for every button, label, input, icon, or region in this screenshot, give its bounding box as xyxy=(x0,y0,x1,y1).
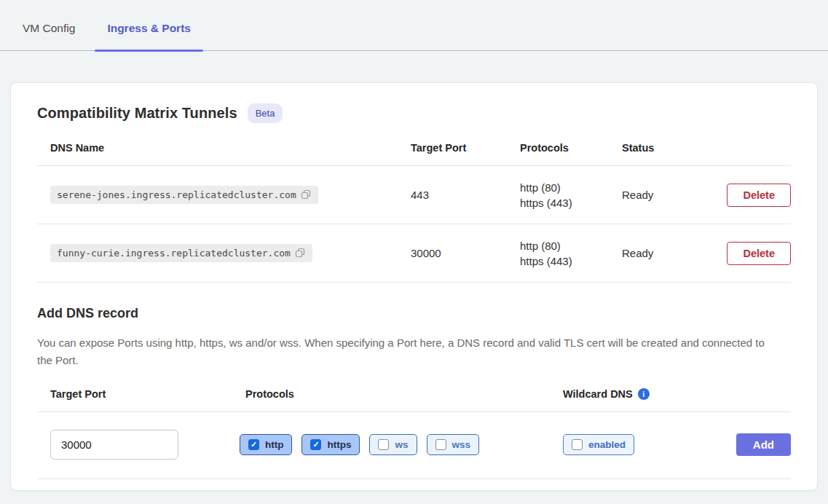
dns-name-cell: funny-curie.ingress.replicatedcluster.co… xyxy=(37,244,398,262)
form-label-row: Target Port Protocols Wildcard DNS i xyxy=(37,388,791,412)
protocol-checkbox-label: ws xyxy=(395,439,408,450)
target-port-input[interactable] xyxy=(50,430,178,460)
dns-name-value: funny-curie.ingress.replicatedcluster.co… xyxy=(57,248,291,259)
info-icon[interactable]: i xyxy=(638,388,650,400)
protocol-line: https (443) xyxy=(520,195,609,210)
protocol-checkbox-label: https xyxy=(327,439,351,450)
protocol-line: http (80) xyxy=(520,180,609,195)
label-target-port: Target Port xyxy=(37,388,232,400)
table-row: serene-jones.ingress.replicatedcluster.c… xyxy=(37,166,791,224)
dns-name-pill: serene-jones.ingress.replicatedcluster.c… xyxy=(50,186,318,204)
wildcard-enabled-checkbox[interactable]: enabled xyxy=(563,434,634,455)
protocol-checkbox-label: http xyxy=(265,439,283,450)
target-port-cell: 443 xyxy=(398,189,507,201)
protocols-cell: http (80) https (443) xyxy=(507,238,609,269)
column-header-status: Status xyxy=(609,142,711,154)
protocol-line: http (80) xyxy=(520,238,609,253)
checkbox-icon xyxy=(378,439,389,450)
protocol-checkbox-label: wss xyxy=(452,439,471,450)
target-port-cell: 30000 xyxy=(398,247,507,259)
add-dns-record-description: You can expose Ports using http, https, … xyxy=(37,334,773,369)
checkbox-icon xyxy=(435,439,446,450)
target-port-field-cell xyxy=(37,430,232,460)
column-header-dns-name: DNS Name xyxy=(37,142,398,154)
protocol-line: https (443) xyxy=(520,253,609,269)
wildcard-dns-label-text: Wildcard DNS xyxy=(563,388,633,400)
tab-bar: VM Config Ingress & Ports xyxy=(0,0,828,51)
checkbox-icon xyxy=(572,439,583,450)
protocol-checkbox-wss[interactable]: wss xyxy=(427,434,480,455)
actions-cell: Delete xyxy=(711,242,791,265)
copy-icon[interactable] xyxy=(295,248,306,259)
dns-name-value: serene-jones.ingress.replicatedcluster.c… xyxy=(57,189,296,200)
add-dns-record-section: Add DNS record You can expose Ports usin… xyxy=(37,306,791,479)
column-header-target-port: Target Port xyxy=(398,142,507,154)
tab-ingress-ports[interactable]: Ingress & Ports xyxy=(95,22,203,50)
table-row: funny-curie.ingress.replicatedcluster.co… xyxy=(37,224,791,283)
status-cell: Ready xyxy=(609,247,711,259)
protocols-cell: http (80) https (443) xyxy=(507,180,609,210)
table-header-row: DNS Name Target Port Protocols Status xyxy=(37,142,791,166)
wildcard-checkbox-label: enabled xyxy=(588,439,626,450)
protocol-checkbox-ws[interactable]: ws xyxy=(369,434,417,455)
compatibility-matrix-tunnels-card: Compatibility Matrix Tunnels Beta DNS Na… xyxy=(10,82,818,491)
form-control-row: http https ws wss enabled xyxy=(37,412,791,479)
add-button[interactable]: Add xyxy=(736,433,791,456)
wildcard-dns-cell: enabled xyxy=(550,434,711,455)
dns-name-cell: serene-jones.ingress.replicatedcluster.c… xyxy=(37,186,398,204)
tab-vm-config[interactable]: VM Config xyxy=(10,22,87,50)
actions-cell: Delete xyxy=(711,184,791,207)
dns-name-pill: funny-curie.ingress.replicatedcluster.co… xyxy=(50,244,312,262)
protocol-checkbox-http[interactable]: http xyxy=(240,434,292,455)
status-cell: Ready xyxy=(609,189,711,201)
beta-badge: Beta xyxy=(248,103,283,123)
copy-icon[interactable] xyxy=(301,189,312,200)
column-header-protocols: Protocols xyxy=(507,142,609,154)
tunnels-table: DNS Name Target Port Protocols Status se… xyxy=(37,142,791,283)
protocol-checkbox-https[interactable]: https xyxy=(301,434,360,455)
delete-button[interactable]: Delete xyxy=(727,184,791,207)
protocol-pill-group: http https ws wss xyxy=(232,434,550,455)
label-protocols: Protocols xyxy=(232,388,550,400)
label-wildcard-dns: Wildcard DNS i xyxy=(550,388,711,400)
page-title: Compatibility Matrix Tunnels xyxy=(37,105,237,122)
checkbox-icon xyxy=(248,439,259,450)
add-button-cell: Add xyxy=(711,433,791,456)
checkbox-icon xyxy=(310,439,321,450)
card-title-row: Compatibility Matrix Tunnels Beta xyxy=(37,103,791,123)
add-dns-record-title: Add DNS record xyxy=(37,306,791,321)
delete-button[interactable]: Delete xyxy=(727,242,791,265)
